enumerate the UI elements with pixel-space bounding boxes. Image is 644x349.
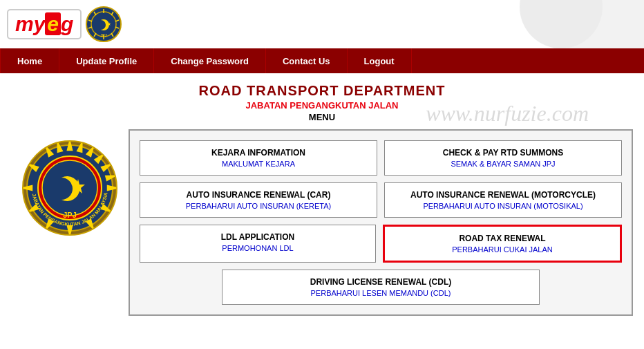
menu-row-1: KEJARA INFORMATION MAKLUMAT KEJARA CHECK… [140,140,622,176]
menu-label: MENU [309,112,335,122]
btn-driving-license[interactable]: DRIVING LICENSE RENEWAL (CDL) PERBAHARUI… [222,270,540,305]
myeg-logo: myeg [7,9,82,39]
nav-home[interactable]: Home [0,48,59,73]
btn-auto-car-sub: PERBAHARUI AUTO INSURAN (KERETA) [146,202,371,210]
content-area: JABATAN PENGANGKUTAN JALAN MALAYSIA JPJ … [11,129,633,316]
btn-auto-car-title: AUTO INSURANCE RENEWAL (CAR) [146,190,371,200]
jpj-main-logo: JABATAN PENGANGKUTAN JALAN MALAYSIA JPJ [21,136,118,240]
btn-auto-car[interactable]: AUTO INSURANCE RENEWAL (CAR) PERBAHARUI … [140,182,377,218]
btn-rtd-summons[interactable]: CHECK & PAY RTD SUMMONS SEMAK & BAYAR SA… [384,140,622,176]
jpj-header-logo: JPJ [86,6,122,42]
btn-road-tax[interactable]: ROAD TAX RENEWAL PERBAHARUI CUKAI JALAN [383,225,622,263]
svg-point-33 [42,160,97,216]
btn-kejara-title: KEJARA INFORMATION [146,148,371,158]
btn-ldl-title: LDL APPLICATION [146,232,370,242]
nav-bar: Home Update Profile Change Password Cont… [0,48,644,73]
menu-panel: KEJARA INFORMATION MAKLUMAT KEJARA CHECK… [129,129,633,316]
main-content: ROAD TRANSPORT DEPARTMENT JABATAN PENGAN… [0,73,644,321]
nav-update-profile[interactable]: Update Profile [59,48,154,73]
svg-text:JPJ: JPJ [101,33,107,37]
watermark: www.nurfuzie.com [426,101,589,126]
btn-auto-moto-sub: PERBAHARUI AUTO INSURAN (MOTOSIKAL) [390,202,616,210]
btn-kejara[interactable]: KEJARA INFORMATION MAKLUMAT KEJARA [140,140,377,176]
btn-cdl-title: DRIVING LICENSE RENEWAL (CDL) [228,277,533,287]
header: myeg JPJ [0,0,644,48]
menu-row-3: LDL APPLICATION PERMOHONAN LDL ROAD TAX … [140,225,622,263]
btn-rtd-title: CHECK & PAY RTD SUMMONS [390,148,616,158]
btn-kejara-sub: MAKLUMAT KEJARA [146,160,371,168]
btn-road-tax-sub: PERBAHARUI CUKAI JALAN [390,245,614,254]
btn-road-tax-title: ROAD TAX RENEWAL [390,234,614,243]
btn-auto-moto-title: AUTO INSURANCE RENEWAL (MOTORCYCLE) [390,190,616,200]
btn-rtd-sub: SEMAK & BAYAR SAMAN JPJ [390,160,616,168]
btn-cdl-sub: PERBAHARUI LESEN MEMANDU (CDL) [228,289,533,297]
nav-change-password[interactable]: Change Password [154,48,266,73]
nav-logout[interactable]: Logout [348,48,412,73]
btn-ldl-sub: PERMOHONAN LDL [146,244,370,252]
nav-contact-us[interactable]: Contact Us [266,48,348,73]
btn-auto-moto[interactable]: AUTO INSURANCE RENEWAL (MOTORCYCLE) PERB… [384,182,622,218]
menu-row-2: AUTO INSURANCE RENEWAL (CAR) PERBAHARUI … [140,182,622,218]
dept-subtitle: JABATAN PENGANGKUTAN JALAN [246,100,399,111]
btn-ldl[interactable]: LDL APPLICATION PERMOHONAN LDL [140,225,376,263]
logo-side: JABATAN PENGANGKUTAN JALAN MALAYSIA JPJ [11,129,129,316]
svg-text:JPJ: JPJ [63,211,77,219]
dept-title: ROAD TRANSPORT DEPARTMENT [199,83,446,99]
